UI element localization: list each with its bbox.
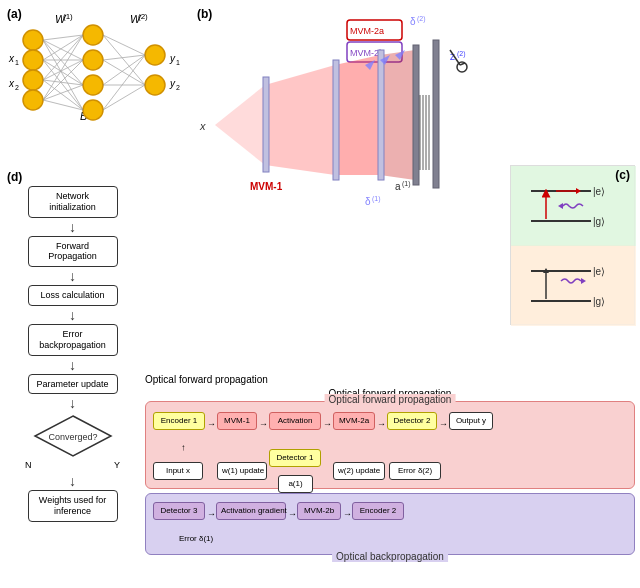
flow-weights-inference: Weights used for inference (28, 490, 118, 522)
block-encoder2: Encoder 2 (352, 502, 404, 520)
svg-rect-64 (433, 40, 439, 188)
svg-point-16 (23, 70, 43, 90)
panel-a-label: (a) (7, 7, 22, 21)
svg-line-47 (103, 85, 145, 110)
svg-text:a: a (395, 181, 401, 192)
block-w2-update: w(2) update (333, 462, 385, 480)
svg-point-21 (83, 100, 103, 120)
block-mvm2b: MVM-2b (297, 502, 341, 520)
block-w1-update: w(1) update (217, 462, 267, 480)
svg-marker-56 (215, 85, 265, 165)
panel-b-label: (b) (197, 7, 212, 21)
arrow-mvm1-act: → (259, 419, 268, 429)
svg-text:x: x (199, 120, 206, 132)
svg-text:y: y (169, 78, 176, 89)
svg-text:|e⟩: |e⟩ (593, 266, 605, 277)
panel-d-label: (d) (7, 170, 22, 184)
svg-marker-58 (335, 55, 380, 175)
arrow-det3-actgrad: → (207, 509, 216, 519)
block-detector3: Detector 3 (153, 502, 205, 520)
svg-point-19 (83, 50, 103, 70)
svg-rect-63 (413, 45, 419, 185)
svg-line-27 (43, 40, 83, 110)
flow-forward-prop: Forward Propagation (28, 236, 118, 268)
svg-line-38 (43, 85, 83, 100)
flow-loss-calc: Loss calculation (28, 285, 118, 306)
forward-section-label: Optical forward propagation (325, 394, 456, 405)
svg-text:y: y (169, 53, 176, 64)
optical-system-diagram: δ (2) z (2) MVM-2a MVM-2b (195, 5, 475, 220)
neural-network-diagram: W (1) W (2) B (1) x1 x2 y1 y2 (5, 5, 190, 160)
panel-b: (b) δ (2) z (2) MVM-2a MVM-2b (195, 5, 475, 220)
svg-text:(2): (2) (457, 50, 466, 58)
arrow-act-mvm2a: → (323, 419, 332, 429)
backprop-section: Optical backpropagation Detector 3 → Act… (145, 493, 635, 555)
flow-error-backprop: Error backpropagation (28, 324, 118, 356)
svg-point-20 (83, 75, 103, 95)
svg-line-80 (460, 63, 465, 65)
block-mvm2a: MVM-2a (333, 412, 375, 430)
arrow-e1-mvm1: → (207, 419, 216, 429)
forward-section: Optical forward propagation Encoder 1 → … (145, 401, 635, 489)
svg-text:|g⟩: |g⟩ (593, 216, 605, 227)
flow-arrow-3: ↓ (28, 308, 118, 322)
block-detector2: Detector 2 (387, 412, 437, 430)
svg-text:(1): (1) (372, 195, 381, 203)
svg-point-14 (23, 30, 43, 50)
flow-converged-diamond: Converged? (33, 414, 113, 458)
svg-line-46 (103, 55, 145, 110)
svg-point-22 (145, 45, 165, 65)
energy-level-diagram: |e⟩ |g⟩ |e⟩ |g⟩ (511, 166, 636, 326)
panel-c: (c) |e⟩ |g⟩ |e⟩ |g⟩ (510, 165, 635, 325)
svg-rect-62 (378, 50, 384, 180)
svg-text:δ: δ (410, 16, 416, 27)
svg-text:(2): (2) (417, 15, 426, 23)
arrow-mvm2b-enc2: → (343, 509, 352, 519)
svg-text:δ: δ (365, 196, 371, 207)
svg-text:MVM-1: MVM-1 (250, 181, 283, 192)
svg-text:(1): (1) (63, 12, 73, 21)
svg-line-41 (103, 35, 145, 85)
panel-e-section-label: Optical forward propagation (145, 374, 268, 385)
flow-arrow-6: ↓ (28, 474, 118, 488)
svg-line-28 (43, 35, 83, 60)
panel-d: (d) Network initialization ↓ Forward Pro… (5, 170, 140, 570)
svg-text:2: 2 (15, 84, 19, 91)
flow-param-update: Parameter update (28, 374, 118, 395)
block-encoder1: Encoder 1 (153, 412, 205, 430)
svg-text:(2): (2) (138, 12, 148, 21)
block-mvm1-fwd: MVM-1 (217, 412, 257, 430)
flow-network-init: Network initialization (28, 186, 118, 218)
svg-point-17 (23, 90, 43, 110)
block-input-x: Input x (153, 462, 203, 480)
svg-point-23 (145, 75, 165, 95)
svg-line-32 (43, 35, 83, 80)
block-error-delta1: Error δ(1) (179, 534, 213, 543)
svg-text:MVM-2a: MVM-2a (350, 26, 384, 36)
block-activation: Activation (269, 412, 321, 430)
panel-e: Optical forward propagation Optical forw… (145, 388, 635, 583)
svg-text:|g⟩: |g⟩ (593, 296, 605, 307)
svg-text:1: 1 (15, 59, 19, 66)
svg-marker-59 (380, 50, 415, 180)
panel-c-label: (c) (615, 168, 630, 182)
svg-text:Converged?: Converged? (48, 432, 97, 442)
flow-arrow-1: ↓ (28, 220, 118, 234)
svg-line-26 (43, 40, 83, 85)
main-container: (a) W (1) W (2) B (1) x1 x2 y1 y2 (0, 0, 640, 588)
svg-rect-61 (333, 60, 339, 180)
arrow-input-encoder: → (178, 444, 188, 453)
svg-line-24 (43, 35, 83, 40)
svg-text:1: 1 (176, 59, 180, 66)
arrow-actgrad-mvm2b: → (288, 509, 297, 519)
panel-e-main-label: Optical forward propagation (145, 374, 268, 385)
flow-arrow-4: ↓ (28, 358, 118, 372)
svg-text:|e⟩: |e⟩ (593, 186, 605, 197)
block-output-y: Output y (449, 412, 493, 430)
svg-text:x: x (8, 53, 15, 64)
svg-marker-57 (265, 65, 335, 175)
svg-text:(1): (1) (402, 180, 411, 188)
flow-label-n: N (25, 460, 32, 470)
svg-rect-60 (263, 77, 269, 172)
svg-line-39 (43, 100, 83, 110)
